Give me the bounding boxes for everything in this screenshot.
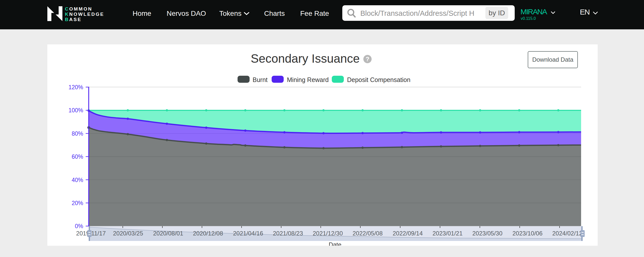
svg-text:2023/05/30: 2023/05/30 <box>472 230 502 237</box>
svg-text:100%: 100% <box>68 107 83 114</box>
svg-text:2020/08/01: 2020/08/01 <box>153 230 183 237</box>
svg-text:2022/05/08: 2022/05/08 <box>353 230 383 237</box>
svg-text:2020/03/25: 2020/03/25 <box>113 230 143 237</box>
svg-text:0%: 0% <box>75 223 83 229</box>
svg-text:20%: 20% <box>72 200 83 206</box>
svg-text:2021/08/23: 2021/08/23 <box>273 230 303 237</box>
svg-text:2021/04/16: 2021/04/16 <box>233 230 263 237</box>
svg-text:2023/01/21: 2023/01/21 <box>433 230 463 237</box>
svg-text:2022/09/14: 2022/09/14 <box>393 230 423 237</box>
svg-text:2023/10/06: 2023/10/06 <box>512 230 543 237</box>
svg-text:2021/12/30: 2021/12/30 <box>313 230 343 237</box>
svg-text:60%: 60% <box>72 153 83 160</box>
svg-text:120%: 120% <box>68 84 83 91</box>
svg-text:80%: 80% <box>72 130 83 137</box>
svg-text:40%: 40% <box>72 177 83 183</box>
svg-text:2020/12/08: 2020/12/08 <box>193 230 223 237</box>
svg-text:2024/02/12: 2024/02/12 <box>552 230 582 237</box>
